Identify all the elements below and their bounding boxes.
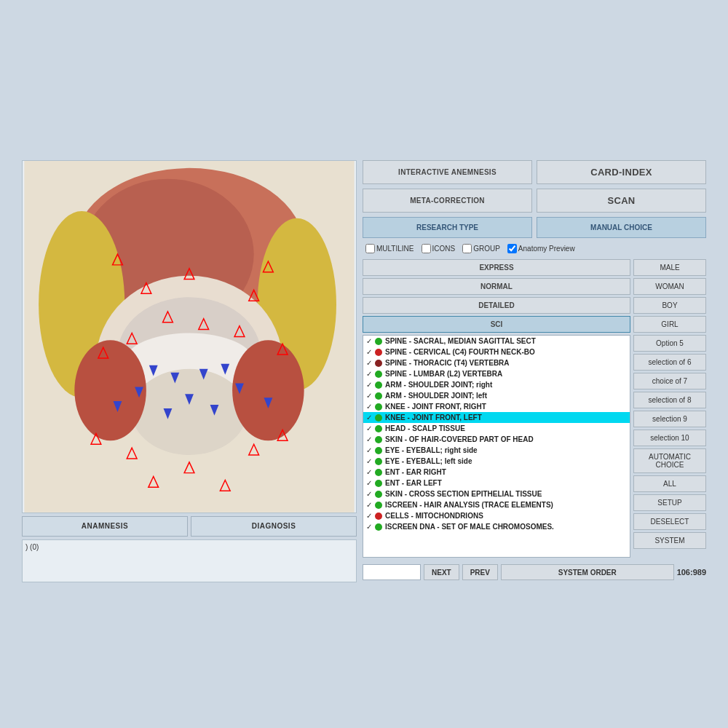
list-item-dot [375,425,382,432]
icons-checkbox-label[interactable]: ICONS [422,244,456,253]
list-item-dot [375,360,382,367]
list-item[interactable]: ✓SPINE - SACRAL, MEDIAN SAGITTAL SECT [363,336,630,347]
list-item-text: ISCREEN DNA - SET OF MALE CHROMOSOMES. [385,523,554,531]
list-item[interactable]: ✓ENT - EAR LEFT [363,478,630,488]
list-item-text: CELLS - MITOCHONDRIONS [385,512,483,520]
list-item[interactable]: ✓EYE - EYEBALL; left side [363,456,630,467]
action-button-8[interactable]: selection 9 [633,411,706,427]
anatomy-preview-label: Anatomy Preview [518,245,575,253]
list-item[interactable]: ✓KNEE - JOINT FRONT, RIGHT [363,401,630,412]
list-item-checkmark: ✓ [366,392,372,400]
list-item[interactable]: ✓ISCREEN - HAIR ANALYSIS (TRACE ELEMENTS… [363,499,630,510]
multiline-checkbox[interactable] [365,244,375,253]
counter-display: 106:989 [677,568,706,577]
action-button-9[interactable]: selection 10 [633,430,706,446]
meta-correction-button[interactable]: META-CORRECTION [363,189,532,213]
list-item[interactable]: ✓SKIN - OF HAIR-COVERED PART OF HEAD [363,434,630,445]
list-item[interactable]: ✓EYE - EYEBALL; right side [363,445,630,456]
nav-search-input[interactable] [363,564,421,580]
list-item-checkmark: ✓ [366,435,372,443]
action-button-6[interactable]: choice of 7 [633,373,706,389]
sci-button[interactable]: SCI [363,316,630,333]
list-item-checkmark: ✓ [366,523,372,531]
list-item-dot [375,349,382,356]
prev-button[interactable]: PREV [462,564,498,580]
svg-point-10 [232,340,304,440]
list-item[interactable]: ✓KNEE - JOINT FRONT, LEFT [363,412,630,423]
list-item[interactable]: ✓HEAD - SCALP TISSUE [363,423,630,434]
list-item-text: SKIN - CROSS SECTION EPITHELIAL TISSUE [385,490,542,498]
research-row: RESEARCH TYPE MANUAL CHOICE [363,217,706,238]
group-checkbox[interactable] [462,244,472,253]
list-column: EXPRESS NORMAL DETAILED SCI [363,259,630,558]
checkboxes-row: MULTILINE ICONS GROUP Anatomy Preview [363,242,706,255]
detailed-button[interactable]: DETAILED [363,297,630,314]
list-item-checkmark: ✓ [366,457,372,465]
system-order-button[interactable]: SYSTEM ORDER [501,564,674,580]
group-checkbox-label[interactable]: GROUP [462,244,500,253]
list-item-text: ARM - SHOULDER JOINT; left [385,392,487,400]
manual-choice-button[interactable]: MANUAL CHOICE [537,217,706,238]
content-area: EXPRESS NORMAL DETAILED SCI [363,259,706,558]
normal-button[interactable]: NORMAL [363,278,630,295]
list-item-checkmark: ✓ [366,490,372,498]
list-item[interactable]: ✓CELLS - MITOCHONDRIONS [363,510,630,521]
list-item-text: ARM - SHOULDER JOINT; right [385,381,492,389]
top-buttons-row1: INTERACTIVE ANEMNESIS CARD-INDEX [363,160,706,184]
list-item[interactable]: ✓ENT - EAR RIGHT [363,467,630,478]
action-button-2[interactable]: BOY [633,297,706,314]
action-button-13[interactable]: DESELECT [633,513,706,530]
list-item-checkmark: ✓ [366,468,372,476]
action-button-4[interactable]: Option 5 [633,335,706,352]
list-item-text: SPINE - LUMBAR (L2) VERTEBRA [385,370,502,378]
svg-point-9 [74,340,146,440]
list-item-dot [375,458,382,465]
mode-buttons: EXPRESS NORMAL DETAILED SCI [363,259,630,333]
action-button-11[interactable]: ALL [633,475,706,492]
status-text: ) (0) [25,543,39,551]
next-button[interactable]: NEXT [424,564,459,580]
action-button-7[interactable]: selection of 8 [633,392,706,408]
list-item[interactable]: ✓SPINE - THORACIC (T4) VERTEBRA [363,357,630,368]
list-item-text: ENT - EAR RIGHT [385,468,446,476]
list-item[interactable]: ✓ARM - SHOULDER JOINT; right [363,379,630,390]
list-item[interactable]: ✓SPINE - LUMBAR (L2) VERTEBRA [363,368,630,379]
list-item[interactable]: ✓SKIN - CROSS SECTION EPITHELIAL TISSUE [363,488,630,499]
list-item[interactable]: ✓ISCREEN DNA - SET OF MALE CHROMOSOMES. [363,521,630,532]
list-item-checkmark: ✓ [366,512,372,520]
action-button-1[interactable]: WOMAN [633,278,706,295]
action-button-5[interactable]: selection of 6 [633,354,706,371]
list-item-text: KNEE - JOINT FRONT, RIGHT [385,403,486,411]
action-button-0[interactable]: MALE [633,259,706,276]
action-buttons-panel: MALEWOMANBOYGIRLOption 5selection of 6ch… [633,259,706,558]
icons-checkbox[interactable] [422,244,431,253]
anatomy-items-list[interactable]: ✓SPINE - SACRAL, MEDIAN SAGITTAL SECT✓SP… [363,335,630,558]
action-button-12[interactable]: SETUP [633,494,706,511]
scan-button[interactable]: SCAN [537,189,706,213]
anatomy-preview-checkbox[interactable] [507,244,517,253]
multiline-label: MULTILINE [376,245,414,253]
express-button[interactable]: EXPRESS [363,259,630,276]
list-item-dot [375,447,382,454]
multiline-checkbox-label[interactable]: MULTILINE [365,244,414,253]
list-item-text: KNEE - JOINT FRONT, LEFT [385,414,482,422]
anamnesis-button[interactable]: ANAMNESIS [22,516,188,537]
list-item-dot [375,523,382,531]
right-panel: INTERACTIVE ANEMNESIS CARD-INDEX META-CO… [363,160,706,582]
anatomy-preview-checkbox-label[interactable]: Anatomy Preview [507,244,575,253]
diagnosis-button[interactable]: DIAGNOSIS [191,516,357,537]
list-item-dot [375,513,382,520]
interactive-anemnesis-button[interactable]: INTERACTIVE ANEMNESIS [363,160,532,184]
action-button-14[interactable]: SYSTEM [633,532,706,549]
list-item-checkmark: ✓ [366,370,372,378]
research-type-button[interactable]: RESEARCH TYPE [363,217,532,238]
list-item-checkmark: ✓ [366,424,372,432]
list-item[interactable]: ✓SPINE - CERVICAL (C4) FOURTH NECK-BO [363,347,630,357]
list-item-dot [375,371,382,378]
card-index-button[interactable]: CARD-INDEX [537,160,706,184]
action-button-10[interactable]: AUTOMATIC CHOICE [633,448,706,473]
list-item-checkmark: ✓ [366,348,372,356]
action-button-3[interactable]: GIRL [633,316,706,333]
list-item-text: ISCREEN - HAIR ANALYSIS (TRACE ELEMENTS) [385,501,553,509]
list-item[interactable]: ✓ARM - SHOULDER JOINT; left [363,390,630,401]
